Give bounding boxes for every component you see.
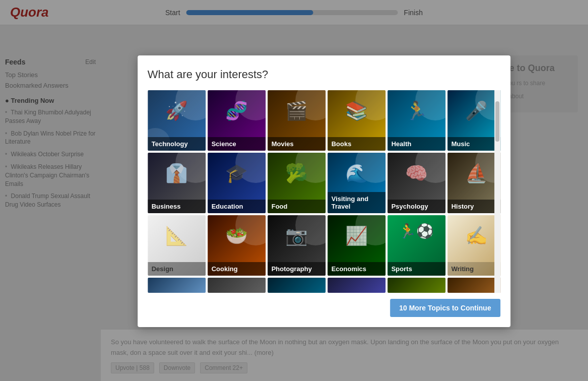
food-icon: 🥦 [268, 153, 325, 184]
science-label: Science [208, 137, 266, 151]
topic-books[interactable]: 📚 Books [328, 90, 385, 151]
books-icon: 📚 [328, 90, 385, 121]
health-icon: 🏃 [387, 90, 445, 121]
topic-psychology[interactable]: 🧠 Psychology [387, 153, 445, 213]
books-label: Books [328, 137, 385, 151]
education-icon: 🎓 [208, 153, 266, 184]
visiting-label: Visiting and Travel [328, 192, 385, 213]
topic-design[interactable]: 📐 Design [148, 215, 206, 276]
sports-label: Sports [387, 262, 445, 276]
scrollbar[interactable] [494, 90, 500, 293]
economics-label: Economics [328, 262, 385, 276]
technology-icon: 🚀 [148, 90, 206, 121]
food-label: Food [268, 200, 325, 213]
topic-partial-4[interactable] [328, 278, 385, 293]
design-label: Design [148, 262, 206, 276]
topic-business[interactable]: 👔 Business [148, 153, 206, 213]
topic-economics[interactable]: 📈 Economics [328, 215, 385, 276]
cooking-icon: 🥗 [208, 215, 266, 246]
modal-title: What are your interests? [148, 68, 500, 81]
movies-icon: 🎬 [268, 90, 325, 121]
design-icon: 📐 [148, 215, 206, 246]
technology-label: Technology [148, 137, 206, 151]
topic-cooking[interactable]: 🥗 Cooking [208, 215, 266, 276]
topic-sports[interactable]: 🏃⚽ Sports [387, 215, 445, 276]
travel-icon: 🌊 [328, 153, 385, 184]
business-label: Business [148, 200, 206, 213]
topics-container: 🚀 Technology 🧬 Science 🎬 Movies 📚 Books [148, 90, 500, 293]
scroll-thumb[interactable] [495, 101, 499, 142]
continue-button[interactable]: 10 More Topics to Continue [390, 299, 500, 317]
economics-icon: 📈 [328, 215, 385, 246]
photography-icon: 📷 [268, 215, 325, 246]
topic-partial-1[interactable] [148, 278, 206, 293]
cooking-label: Cooking [208, 262, 266, 276]
topic-food[interactable]: 🥦 Food [268, 153, 325, 213]
topic-science[interactable]: 🧬 Science [208, 90, 266, 151]
topic-partial-6[interactable] [447, 278, 500, 293]
science-icon: 🧬 [208, 90, 266, 121]
topic-history[interactable]: ⛵ History [447, 153, 500, 213]
music-label: Music [447, 137, 500, 151]
topic-music[interactable]: 🎤 Music [447, 90, 500, 151]
topics-grid: 🚀 Technology 🧬 Science 🎬 Movies 📚 Books [148, 90, 500, 293]
topic-education[interactable]: 🎓 Education [208, 153, 266, 213]
sports-icon: 🏃⚽ [387, 215, 445, 239]
health-label: Health [387, 137, 445, 151]
topic-health[interactable]: 🏃 Health [387, 90, 445, 151]
psychology-icon: 🧠 [387, 153, 445, 184]
writing-label: Writing [447, 262, 500, 276]
continue-button-wrapper: 10 More Topics to Continue [148, 299, 500, 317]
interests-modal: What are your interests? 🚀 Technology 🧬 … [138, 55, 510, 327]
movies-label: Movies [268, 137, 325, 151]
topic-partial-2[interactable] [208, 278, 266, 293]
topic-visiting[interactable]: 🌊 Visiting and Travel [328, 153, 385, 213]
topic-partial-5[interactable] [387, 278, 445, 293]
business-icon: 👔 [148, 153, 206, 184]
topic-photography[interactable]: 📷 Photography [268, 215, 325, 276]
topic-technology[interactable]: 🚀 Technology [148, 90, 206, 151]
history-label: History [447, 200, 500, 213]
topic-movies[interactable]: 🎬 Movies [268, 90, 325, 151]
writing-icon: ✍️ [447, 215, 500, 246]
history-icon: ⛵ [447, 153, 500, 184]
psychology-label: Psychology [387, 200, 445, 213]
topic-writing[interactable]: ✍️ Writing [447, 215, 500, 276]
topic-partial-3[interactable] [268, 278, 325, 293]
photography-label: Photography [268, 262, 325, 276]
music-icon: 🎤 [447, 90, 500, 121]
education-label: Education [208, 200, 266, 213]
